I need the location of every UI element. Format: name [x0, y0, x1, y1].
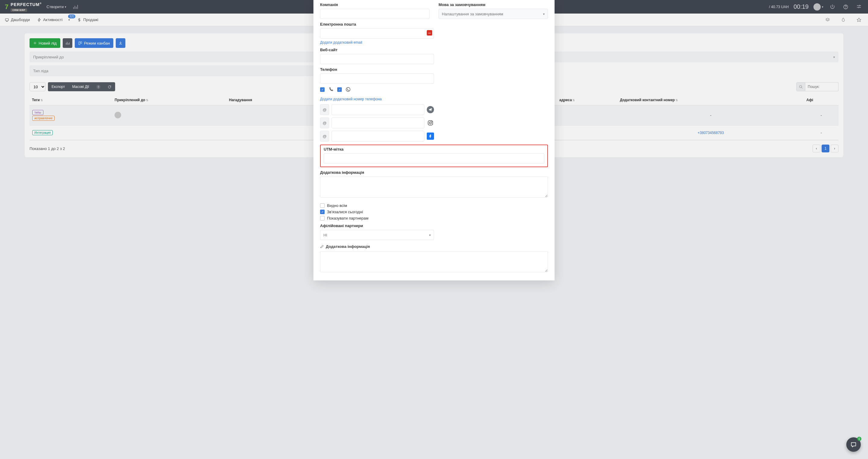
modal-overlay: Компанія Мова за замовчуванням Налаштува…	[0, 0, 868, 164]
lastpass-icon[interactable]: •••	[427, 30, 432, 36]
link-add-phone[interactable]: Додати додатковий номер телефона	[320, 97, 382, 101]
label-utm: UTM-мітка	[324, 147, 544, 152]
messengers-row: ✓ ✓	[320, 86, 434, 93]
viber-icon	[328, 86, 334, 93]
telegram-icon	[427, 106, 434, 113]
svg-point-8	[430, 122, 432, 124]
instagram-icon	[427, 119, 434, 127]
label-email: Електронна пошта	[320, 22, 434, 27]
utm-highlight-box: UTM-мітка	[320, 144, 548, 164]
facebook-icon	[427, 133, 434, 140]
input-company[interactable]	[320, 9, 430, 19]
input-telegram[interactable]	[332, 104, 424, 115]
select-lang[interactable]: Налаштування за замовчуванням ▾	[438, 9, 548, 19]
checkbox-whatsapp[interactable]: ✓	[337, 87, 342, 92]
input-utm[interactable]	[324, 153, 544, 164]
svg-point-6	[346, 87, 350, 92]
whatsapp-icon	[345, 86, 351, 93]
label-phone: Телефон	[320, 67, 434, 72]
label-company: Компанія	[320, 2, 430, 7]
input-website[interactable]	[320, 54, 434, 64]
link-add-email[interactable]: Додати додатковий email	[320, 40, 362, 44]
label-lang: Мова за замовчуванням	[438, 2, 548, 7]
at-prefix: @	[320, 131, 329, 141]
input-phone[interactable]	[320, 73, 434, 84]
lead-form-modal: Компанія Мова за замовчуванням Налаштува…	[313, 0, 555, 164]
label-website: Веб-сайт	[320, 47, 434, 52]
svg-point-9	[432, 121, 432, 122]
input-facebook[interactable]	[332, 131, 424, 141]
at-prefix: @	[320, 104, 329, 115]
input-email[interactable]	[320, 28, 434, 38]
at-prefix: @	[320, 118, 329, 128]
chevron-down-icon: ▾	[543, 12, 545, 16]
checkbox-viber[interactable]: ✓	[320, 87, 324, 92]
input-instagram[interactable]	[332, 118, 424, 128]
